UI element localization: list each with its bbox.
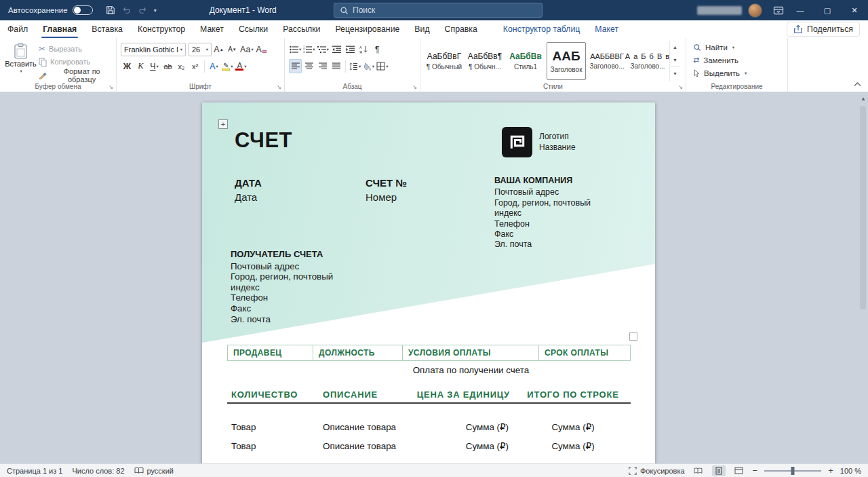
user-name-redacted[interactable] (697, 6, 742, 15)
collapse-ribbon-button[interactable] (854, 79, 861, 89)
cut-button[interactable]: ✂ Вырезать (39, 43, 113, 54)
tab-review[interactable]: Рецензирование (328, 20, 407, 38)
quick-access-chevron-icon[interactable]: ▾ (154, 7, 157, 14)
font-size-combobox[interactable]: 26 ▾ (189, 43, 212, 56)
clear-formatting-icon: А (256, 45, 262, 54)
subscript-button[interactable]: x₂ (175, 59, 188, 73)
search-input[interactable] (353, 5, 536, 15)
style-card-heading-selected[interactable]: ААБ Заголовок (547, 42, 586, 80)
styles-more-button[interactable]: ▼ (670, 66, 680, 79)
styles-scroll-down-button[interactable]: ▼ (670, 54, 680, 66)
zoom-level[interactable]: 100 % (840, 467, 861, 475)
paste-button[interactable]: Вставить ▾ (4, 41, 37, 81)
style-card-style1[interactable]: АаБбВв Стиль1 (506, 42, 545, 80)
clipboard-dialog-launcher[interactable]: ↘ (108, 84, 113, 90)
zoom-slider-thumb[interactable] (791, 467, 795, 475)
minimize-button[interactable]: — (787, 0, 814, 20)
zoom-in-button[interactable]: + (828, 465, 833, 476)
numbered-list-button[interactable]: 123▾ (302, 42, 315, 56)
tab-layout[interactable]: Макет (193, 20, 231, 38)
page[interactable]: + СЧЕТ Логотип Название ДАТА Дата СЧЕТ №… (202, 102, 655, 463)
item-name: Товар (227, 441, 319, 460)
clear-formatting-button[interactable]: А (255, 42, 268, 56)
tab-home[interactable]: Главная (35, 20, 84, 38)
tab-view[interactable]: Вид (407, 20, 437, 38)
undo-button[interactable] (119, 2, 135, 18)
avatar[interactable] (748, 3, 762, 18)
justify-button[interactable] (330, 59, 342, 73)
styles-dialog-launcher[interactable]: ↘ (678, 84, 683, 90)
style-card-normal-2[interactable]: АаБбВв¶ ¶ Обычн... (465, 42, 505, 80)
maximize-button[interactable]: ▢ (814, 0, 841, 20)
font-color-button[interactable]: А▾ (235, 59, 248, 73)
line-spacing-button[interactable]: ▾ (349, 59, 361, 73)
share-button[interactable]: Поделиться (787, 22, 860, 37)
italic-button[interactable]: К (134, 59, 147, 73)
tab-design[interactable]: Конструктор (130, 20, 193, 38)
shading-button[interactable]: ▾ (362, 59, 375, 73)
styles-scroll-up-button[interactable]: ▲ (670, 41, 680, 54)
change-case-button[interactable]: Аа▾ (239, 42, 254, 56)
strikethrough-button[interactable]: ab (161, 59, 174, 73)
align-right-icon (319, 62, 327, 70)
shrink-font-button[interactable]: А▼ (226, 42, 239, 56)
web-layout-button[interactable] (732, 465, 746, 476)
sort-button[interactable]: АЯ (357, 42, 370, 56)
scrollbar-thumb[interactable] (860, 106, 866, 309)
page-indicator[interactable]: Страница 1 из 1 (7, 467, 62, 475)
multilevel-list-button[interactable]: ▾ (317, 42, 330, 56)
tab-mailings[interactable]: Рассылки (275, 20, 328, 38)
tab-references[interactable]: Ссылки (231, 20, 275, 38)
show-paragraph-marks-button[interactable]: ¶ (371, 42, 384, 56)
print-layout-button[interactable] (712, 465, 726, 476)
increase-indent-button[interactable] (344, 42, 357, 56)
word-count[interactable]: Число слов: 82 (72, 467, 124, 475)
proofing-status[interactable]: русский (134, 467, 174, 475)
font-dialog-launcher[interactable]: ↘ (277, 84, 281, 90)
zoom-slider[interactable] (764, 470, 821, 472)
align-center-button[interactable] (302, 59, 315, 73)
find-button[interactable]: Найти▾ (693, 41, 734, 54)
tab-help[interactable]: Справка (437, 20, 485, 38)
superscript-button[interactable]: x² (189, 59, 201, 73)
align-left-button[interactable] (289, 59, 302, 73)
style-card-heading-3[interactable]: А а Б б В в Заголово... (628, 42, 667, 80)
style-card-normal[interactable]: АаБбВвГ ¶ Обычный (425, 42, 464, 80)
table-move-handle-icon[interactable]: + (218, 119, 228, 129)
read-mode-icon (694, 468, 703, 474)
copy-icon (39, 58, 47, 66)
table-resize-handle[interactable] (629, 332, 637, 341)
invoice-number-value: Номер (366, 191, 407, 203)
borders-button[interactable]: ▾ (376, 59, 389, 73)
bullet-list-button[interactable]: ▾ (289, 42, 302, 56)
grow-font-button[interactable]: А▲ (212, 42, 225, 56)
search-box[interactable] (334, 3, 542, 18)
autosave-toggle[interactable] (73, 5, 93, 15)
paragraph-dialog-launcher[interactable]: ↘ (412, 84, 417, 90)
redo-button[interactable] (135, 2, 151, 18)
align-right-button[interactable] (316, 59, 329, 73)
replace-button[interactable]: ⇄ Заменить (693, 54, 738, 66)
save-button[interactable] (102, 2, 119, 18)
tab-insert[interactable]: Вставка (84, 20, 130, 38)
ribbon-display-options-button[interactable] (770, 2, 787, 18)
document-canvas[interactable]: + СЧЕТ Логотип Название ДАТА Дата СЧЕТ №… (0, 92, 868, 463)
read-mode-button[interactable] (692, 465, 705, 476)
underline-button[interactable]: Ч▾ (148, 59, 161, 73)
tab-table-layout[interactable]: Макет (587, 20, 626, 38)
scrollbar-up-button[interactable]: ▲ (861, 96, 866, 102)
bold-button[interactable]: Ж (121, 59, 134, 73)
decrease-indent-button[interactable] (330, 42, 343, 56)
style-card-heading-2[interactable]: ААББВВГ Заголово... (587, 42, 627, 80)
tab-file[interactable]: Файл (0, 20, 35, 38)
close-button[interactable]: ✕ (841, 0, 868, 20)
format-painter-button[interactable]: Формат по образцу (39, 69, 113, 81)
highlight-button[interactable]: ✎▾ (221, 59, 234, 73)
tab-table-design[interactable]: Конструктор таблиц (496, 20, 587, 38)
font-name-combobox[interactable]: Franklin Gothic I ▾ (121, 43, 186, 56)
select-button[interactable]: Выделить▾ (693, 66, 747, 79)
focus-mode-button[interactable]: Фокусировка (629, 467, 685, 475)
zoom-out-button[interactable]: − (753, 465, 758, 476)
text-effects-button[interactable]: А▾ (208, 59, 220, 73)
copy-button[interactable]: Копировать (39, 56, 113, 67)
